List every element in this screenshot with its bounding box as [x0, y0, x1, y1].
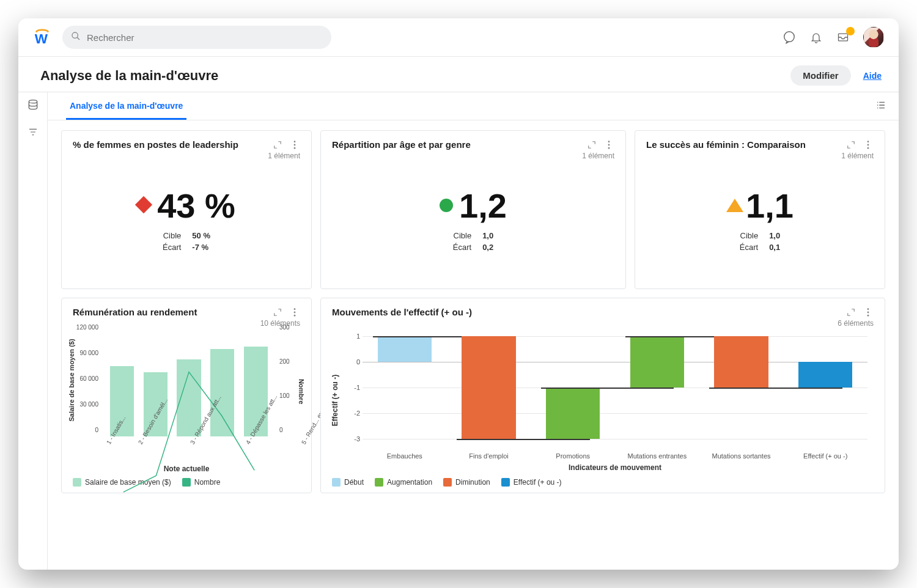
chart-mouvements: Effectif (+ ou -) -3-2-101 EmbauchesFins… — [332, 328, 874, 487]
card-femmes-leadership: % de femmes en postes de leadership 1 él… — [61, 130, 312, 289]
svg-point-28 — [867, 312, 869, 314]
svg-point-26 — [294, 315, 296, 317]
tabs-row: Analyse de la main-d'œuvre — [48, 92, 899, 120]
card-repartition-age-genre: Répartition par âge et par genre 1 éléme… — [320, 130, 626, 289]
svg-point-5 — [29, 100, 37, 103]
card-count: 1 élément — [646, 152, 874, 160]
modify-button[interactable]: Modifier — [790, 65, 850, 86]
diamond-icon — [138, 199, 152, 213]
card-title: Mouvements de l'effectif (+ ou -) — [332, 307, 472, 317]
help-link[interactable]: Aide — [863, 71, 882, 81]
expand-icon[interactable] — [272, 139, 283, 150]
svg-point-23 — [867, 147, 869, 149]
svg-point-18 — [608, 141, 610, 142]
more-icon[interactable] — [863, 139, 874, 150]
svg-point-20 — [608, 147, 610, 149]
card-title: Le succès au féminin : Comparaison — [646, 139, 806, 150]
svg-point-3 — [784, 32, 795, 42]
legend: Début Augmentation Diminution Effectif (… — [332, 478, 874, 487]
svg-point-25 — [294, 312, 296, 314]
avatar[interactable] — [863, 27, 884, 48]
card-count: 6 éléments — [332, 319, 874, 328]
kpi-value: 43 % — [157, 189, 235, 223]
card-title: % de femmes en postes de leadership — [73, 139, 238, 150]
search-icon — [71, 31, 81, 43]
more-icon[interactable] — [603, 139, 614, 150]
card-count: 10 éléments — [73, 319, 300, 328]
chart-remuneration: Salaire de base moyen ($) Nombre 030 000… — [73, 328, 300, 487]
svg-point-21 — [867, 141, 869, 142]
svg-point-22 — [867, 144, 869, 146]
more-icon[interactable] — [289, 139, 300, 150]
card-count: 1 élément — [73, 152, 300, 160]
more-icon[interactable] — [863, 307, 874, 318]
svg-point-16 — [294, 144, 296, 146]
card-mouvements: Mouvements de l'effectif (+ ou -) 6 élém… — [320, 298, 885, 493]
filter-icon[interactable] — [26, 125, 40, 139]
svg-line-2 — [77, 37, 79, 40]
page-title: Analyse de la main-d'œuvre — [40, 68, 218, 84]
search-input[interactable] — [87, 32, 323, 43]
svg-point-17 — [294, 147, 296, 149]
inbox-icon[interactable] — [836, 31, 850, 44]
inbox-badge — [846, 27, 855, 35]
expand-icon[interactable] — [845, 307, 856, 318]
expand-icon[interactable] — [272, 307, 283, 318]
expand-icon[interactable] — [586, 139, 597, 150]
card-count: 1 élément — [332, 152, 614, 160]
kpi-value: 1,1 — [746, 189, 794, 223]
more-icon[interactable] — [289, 307, 300, 318]
x-label: Indicateurs de mouvement — [363, 463, 867, 472]
svg-point-27 — [867, 308, 869, 310]
kpi-details: Cible1,0 Écart0,1 — [734, 229, 786, 254]
circle-icon — [440, 199, 454, 213]
tab-analyse[interactable]: Analyse de la main-d'œuvre — [66, 92, 186, 120]
search-field[interactable] — [62, 26, 331, 49]
app-logo[interactable]: W — [33, 28, 51, 46]
svg-text:W: W — [35, 31, 48, 46]
svg-point-29 — [867, 315, 869, 317]
card-remuneration: Rémunération au rendement 10 éléments Sa… — [61, 298, 312, 493]
card-title: Répartition par âge et par genre — [332, 139, 471, 150]
list-view-icon[interactable] — [875, 100, 888, 112]
card-succes-feminin: Le succès au féminin : Comparaison 1 élé… — [635, 130, 885, 289]
card-title: Rémunération au rendement — [73, 307, 197, 317]
left-rail — [18, 92, 48, 570]
data-source-icon[interactable] — [26, 98, 40, 112]
bell-icon[interactable] — [809, 31, 823, 44]
y-label: Effectif (+ ou -) — [331, 375, 339, 426]
triangle-icon — [726, 199, 741, 213]
svg-point-1 — [72, 32, 78, 38]
kpi-details: Cible50 % Écart-7 % — [157, 229, 216, 254]
kpi-details: Cible1,0 Écart0,2 — [447, 229, 499, 254]
topbar: W — [18, 18, 899, 57]
kpi-value: 1,2 — [459, 189, 507, 223]
svg-point-24 — [294, 308, 296, 310]
svg-point-15 — [294, 141, 296, 142]
titlebar: Analyse de la main-d'œuvre Modifier Aide — [18, 57, 899, 92]
svg-point-19 — [608, 144, 610, 146]
chat-icon[interactable] — [783, 31, 796, 44]
expand-icon[interactable] — [845, 139, 856, 150]
